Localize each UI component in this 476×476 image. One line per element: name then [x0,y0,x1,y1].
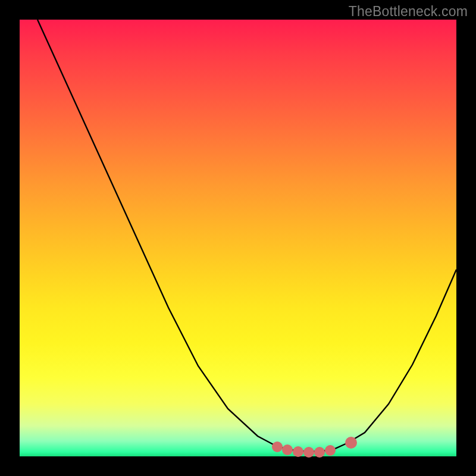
chart-frame: TheBottleneck.com [0,0,476,476]
plot-area [20,20,456,456]
marker-dot [325,445,336,456]
marker-dot [345,437,357,449]
marker-dot [314,447,325,458]
curve-line [37,20,456,452]
marker-dot [282,444,293,455]
marker-dot [303,447,314,458]
watermark-text: TheBottleneck.com [349,4,468,20]
marker-dot [272,441,283,452]
chart-svg [20,20,456,456]
marker-dot [293,446,303,457]
